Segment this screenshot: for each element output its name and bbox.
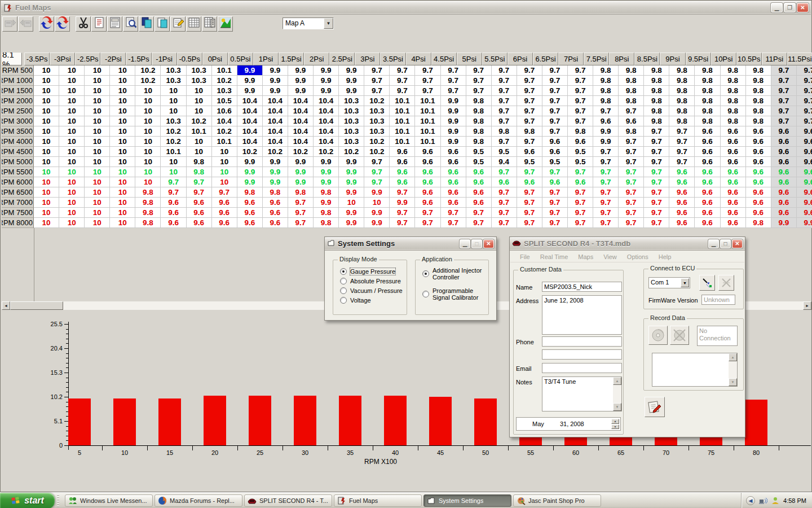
grid-cell[interactable]: 9.9: [263, 76, 288, 86]
grid-cell[interactable]: 9.6: [771, 137, 797, 147]
grid-cell[interactable]: 9.6: [797, 187, 812, 198]
grid-cell[interactable]: 9.8: [135, 218, 161, 228]
grid-cell[interactable]: 9.8: [135, 208, 161, 218]
display-mode-vacuum-pressure-radio[interactable]: Vacuum / Pressure: [340, 287, 404, 294]
grid-cell[interactable]: 9.8: [746, 116, 771, 126]
grid-cell[interactable]: 9.7: [619, 147, 644, 157]
grid-cell[interactable]: 9.7: [517, 86, 542, 96]
grid-cell[interactable]: 9.7: [568, 187, 593, 198]
cut-button[interactable]: [76, 16, 91, 32]
grid-cell[interactable]: 10: [85, 65, 110, 76]
record-start-button[interactable]: [648, 326, 668, 345]
grid-cell[interactable]: 10.1: [415, 137, 440, 147]
grid-cell[interactable]: 9.9: [237, 157, 263, 167]
grid-cell[interactable]: 10: [110, 86, 135, 96]
grid-cell[interactable]: 10.2: [161, 126, 186, 137]
radio-icon[interactable]: [340, 268, 347, 275]
grid-column-header[interactable]: -2Psi: [100, 52, 126, 65]
grid-cell[interactable]: 10: [59, 147, 85, 157]
chevron-down-icon[interactable]: ▼: [324, 18, 333, 29]
grid-column-header[interactable]: 1.5Psi: [279, 52, 304, 65]
grid-cell[interactable]: 9.6: [237, 198, 263, 208]
grid-cell[interactable]: 9.8: [695, 106, 720, 116]
notes-button[interactable]: [91, 16, 107, 32]
grid-row-header[interactable]: 6000 RPM: [2, 177, 34, 187]
grid-button[interactable]: [186, 16, 201, 32]
grid-cell[interactable]: 9.6: [619, 116, 644, 126]
grid-cell[interactable]: 9.7: [593, 187, 619, 198]
grid-cell[interactable]: 9.6: [187, 218, 212, 228]
grid-cell[interactable]: 9.7: [669, 137, 695, 147]
minimize-button[interactable]: ▁: [460, 239, 470, 248]
grid-cell[interactable]: 10: [110, 126, 135, 137]
scrollbar-thumb[interactable]: [10, 301, 63, 310]
grid-cell[interactable]: 9.8: [644, 86, 669, 96]
ecu-read-button[interactable]: [2, 16, 17, 32]
grid-cell[interactable]: 9.7: [568, 116, 593, 126]
grid-row-header[interactable]: 3500 RPM: [2, 126, 34, 137]
grid-cell[interactable]: 9.6: [746, 198, 771, 208]
grid-cell[interactable]: 10: [34, 96, 59, 106]
grid-cell[interactable]: 10: [110, 208, 135, 218]
grid-cell[interactable]: 9.8: [619, 96, 644, 106]
grid-cell[interactable]: 9.7: [517, 106, 542, 116]
radio-icon[interactable]: [340, 278, 347, 284]
grid-values-button[interactable]: [202, 16, 217, 32]
grid-cell[interactable]: 9.6: [441, 157, 466, 167]
disconnect-button[interactable]: [718, 275, 734, 291]
grid-cell[interactable]: 9.6: [797, 157, 812, 167]
grid-row-header[interactable]: 2500 RPM: [2, 106, 34, 116]
grid-cell[interactable]: 9.7: [364, 157, 390, 167]
grid-cell[interactable]: 9.6: [721, 157, 746, 167]
report-button[interactable]: [107, 16, 122, 32]
grid-cell[interactable]: 9.8: [644, 65, 669, 76]
grid-column-header[interactable]: 3Psi: [355, 52, 380, 65]
grid-cell[interactable]: 9.6: [441, 147, 466, 157]
grid-cell[interactable]: 9.9: [288, 177, 314, 187]
grid-cell[interactable]: 10.1: [415, 126, 440, 137]
scroll-right-icon[interactable]: ►: [803, 301, 811, 310]
grid-cell[interactable]: 9.7: [492, 167, 517, 177]
grid-cell[interactable]: 10.3: [161, 76, 186, 86]
grid-cell[interactable]: 10.2: [263, 147, 288, 157]
grid-cell[interactable]: 10: [110, 116, 135, 126]
grid-cell[interactable]: 9.6: [390, 167, 415, 177]
radio-icon[interactable]: [340, 297, 347, 304]
grid-cell[interactable]: 9.7: [161, 177, 186, 187]
grid-column-header[interactable]: 2.5Psi: [329, 52, 355, 65]
grid-cell[interactable]: 9.7: [364, 177, 390, 187]
grid-cell[interactable]: 10: [110, 147, 135, 157]
grid-cell[interactable]: 10: [34, 65, 59, 76]
grid-cell[interactable]: 9.8: [593, 76, 619, 86]
grid-cell[interactable]: 10: [135, 106, 161, 116]
grid-row-header[interactable]: 8000 RPM: [2, 218, 34, 228]
start-button[interactable]: start: [0, 493, 55, 508]
grid-cell[interactable]: 9.8: [721, 96, 746, 106]
grid-cell[interactable]: 10: [85, 76, 110, 86]
grid-cell[interactable]: 10.4: [263, 106, 288, 116]
grid-cell[interactable]: 10.1: [390, 106, 415, 116]
menu-file[interactable]: File: [515, 252, 535, 262]
grid-cell[interactable]: 10.2: [364, 147, 390, 157]
grid-cell[interactable]: 9.6: [695, 177, 720, 187]
grid-cell[interactable]: 9.6: [797, 126, 812, 137]
grid-cell[interactable]: 9.8: [263, 187, 288, 198]
grid-cell[interactable]: 10.3: [161, 65, 186, 76]
grid-cell[interactable]: 10: [85, 116, 110, 126]
grid-cell[interactable]: 9.7: [644, 167, 669, 177]
grid-cell[interactable]: 9.8: [669, 96, 695, 106]
grid-cell[interactable]: 9.9: [339, 65, 364, 76]
grid-column-header[interactable]: -1Psi: [152, 52, 177, 65]
grid-cell[interactable]: 9.7: [542, 116, 568, 126]
grid-row-header[interactable]: 7000 RPM: [2, 198, 34, 208]
grid-cell[interactable]: 9.8: [669, 116, 695, 126]
grid-cell[interactable]: 10: [59, 96, 85, 106]
grid-cell[interactable]: 9.7: [771, 96, 797, 106]
grid-cell[interactable]: 10.6: [212, 106, 237, 116]
grid-cell[interactable]: 10: [110, 157, 135, 167]
grid-column-header[interactable]: 4.5Psi: [431, 52, 457, 65]
grid-cell[interactable]: 9.6: [161, 218, 186, 228]
grid-cell[interactable]: 9.7: [364, 167, 390, 177]
grid-cell[interactable]: 9.6: [542, 177, 568, 187]
grid-cell[interactable]: 9.8: [135, 198, 161, 208]
